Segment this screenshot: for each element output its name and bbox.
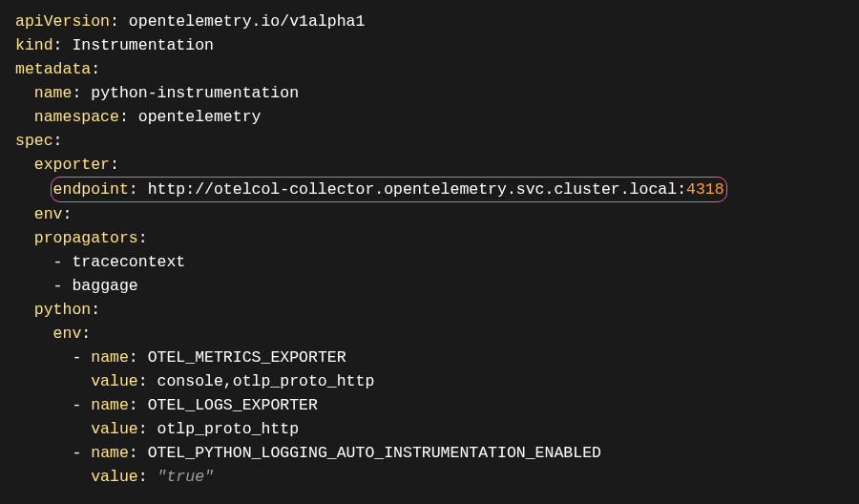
val-env2-value: "true" — [157, 468, 214, 486]
val-endpoint-url: http://otelcol-collector.opentelemetry.s… — [148, 180, 686, 199]
key-python-env: env — [53, 325, 82, 343]
key-metadata-namespace: namespace — [34, 108, 119, 126]
val-metadata-namespace: opentelemetry — [138, 108, 262, 126]
yaml-code-block: apiVersion: opentelemetry.io/v1alpha1 ki… — [0, 0, 859, 500]
val-propagator-0: tracecontext — [72, 253, 185, 271]
key-env2-name: name — [91, 444, 129, 462]
val-kind: Instrumentation — [72, 36, 214, 54]
val-env1-name: OTEL_LOGS_EXPORTER — [148, 396, 318, 414]
key-propagators: propagators — [34, 229, 138, 247]
key-env2-value: value — [91, 468, 138, 486]
key-kind: kind — [15, 36, 53, 54]
val-env0-name: OTEL_METRICS_EXPORTER — [148, 348, 346, 367]
val-apiVersion: opentelemetry.io/v1alpha1 — [129, 12, 366, 31]
highlight-endpoint: endpoint: http://otelcol-collector.opent… — [51, 177, 727, 202]
key-env0-name: name — [91, 348, 129, 367]
key-apiVersion: apiVersion — [15, 12, 110, 31]
key-metadata: metadata — [15, 60, 91, 78]
val-env0-value: console,otlp_proto_http — [157, 372, 375, 390]
key-endpoint: endpoint — [53, 180, 129, 199]
key-metadata-name: name — [34, 84, 73, 102]
val-endpoint-port: 4318 — [686, 180, 724, 199]
val-env2-name: OTEL_PYTHON_LOGGING_AUTO_INSTRUMENTATION… — [148, 444, 601, 462]
val-env1-value: otlp_proto_http — [157, 420, 300, 438]
val-metadata-name: python-instrumentation — [91, 84, 299, 102]
key-env: env — [34, 205, 63, 223]
key-spec: spec — [15, 132, 53, 150]
key-python: python — [34, 301, 91, 319]
key-env1-name: name — [91, 396, 129, 414]
val-propagator-1: baggage — [72, 277, 137, 295]
key-env1-value: value — [91, 420, 138, 438]
key-exporter: exporter — [34, 156, 110, 174]
key-env0-value: value — [91, 372, 138, 390]
